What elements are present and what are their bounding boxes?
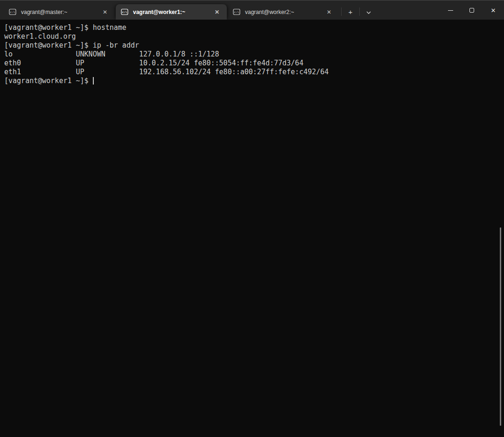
tab-label: vagrant@worker2:~ — [245, 9, 324, 15]
tab-vagrant-worker2[interactable]: c:\ vagrant@worker2:~ ✕ — [228, 4, 339, 20]
tab-vagrant-worker1-active[interactable]: c:\ vagrant@worker1:~ ✕ — [116, 4, 227, 20]
terminal-icon: c:\ — [9, 8, 16, 15]
terminal-icon: c:\ — [233, 8, 240, 15]
close-tab-icon[interactable]: ✕ — [212, 7, 222, 17]
svg-text:c:\: c:\ — [234, 10, 239, 14]
terminal-line: [vagrant@worker1 ~]$ ip -br addr — [4, 41, 504, 50]
window-caption-buttons: ✕ — [440, 1, 504, 20]
prompt-text: [vagrant@worker1 ~]$ — [4, 77, 93, 85]
tab-label: vagrant@worker1:~ — [133, 9, 212, 15]
terminal-icon: c:\ — [121, 8, 128, 15]
new-tab-button[interactable]: + — [343, 5, 358, 18]
terminal-line: eth0 UP 10.0.2.15/24 fe80::5054:ff:fe4d:… — [4, 59, 504, 68]
tabbar-separator — [341, 7, 342, 16]
terminal-line: lo UNKNOWN 127.0.0.1/8 ::1/128 — [4, 50, 504, 59]
terminal-line: [vagrant@worker1 ~]$ hostname — [4, 23, 504, 32]
tab-vagrant-master[interactable]: c:\ vagrant@master:~ ✕ — [4, 4, 115, 20]
maximize-icon — [469, 8, 474, 13]
terminal-line: eth1 UP 192.168.56.102/24 fe80::a00:27ff… — [4, 68, 504, 77]
terminal-line: worker1.cloud.org — [4, 32, 504, 41]
close-window-button[interactable]: ✕ — [483, 1, 504, 20]
scrollbar-thumb[interactable] — [500, 227, 501, 426]
svg-text:c:\: c:\ — [10, 10, 15, 14]
terminal-pane[interactable]: [vagrant@worker1 ~]$ hostname worker1.cl… — [0, 20, 504, 437]
text-cursor — [93, 77, 94, 85]
tabbar-separator — [359, 7, 360, 16]
windows-terminal-window: { "colors": { "terminal_background": "#0… — [0, 0, 504, 437]
tab-strip: c:\ vagrant@master:~ ✕ c:\ vagrant@worke… — [0, 0, 376, 20]
minimize-icon — [448, 10, 453, 11]
minimize-button[interactable] — [440, 1, 461, 20]
plus-icon: + — [349, 8, 353, 16]
tab-label: vagrant@master:~ — [21, 9, 100, 15]
close-icon: ✕ — [491, 7, 496, 14]
terminal-prompt-line: [vagrant@worker1 ~]$ — [4, 77, 504, 85]
maximize-button[interactable] — [461, 1, 483, 20]
svg-text:c:\: c:\ — [122, 10, 127, 14]
close-tab-icon[interactable]: ✕ — [100, 7, 110, 17]
tab-dropdown-button[interactable] — [361, 5, 376, 18]
chevron-down-icon — [366, 8, 371, 16]
titlebar[interactable]: c:\ vagrant@master:~ ✕ c:\ vagrant@worke… — [0, 0, 504, 20]
close-tab-icon[interactable]: ✕ — [324, 7, 334, 17]
